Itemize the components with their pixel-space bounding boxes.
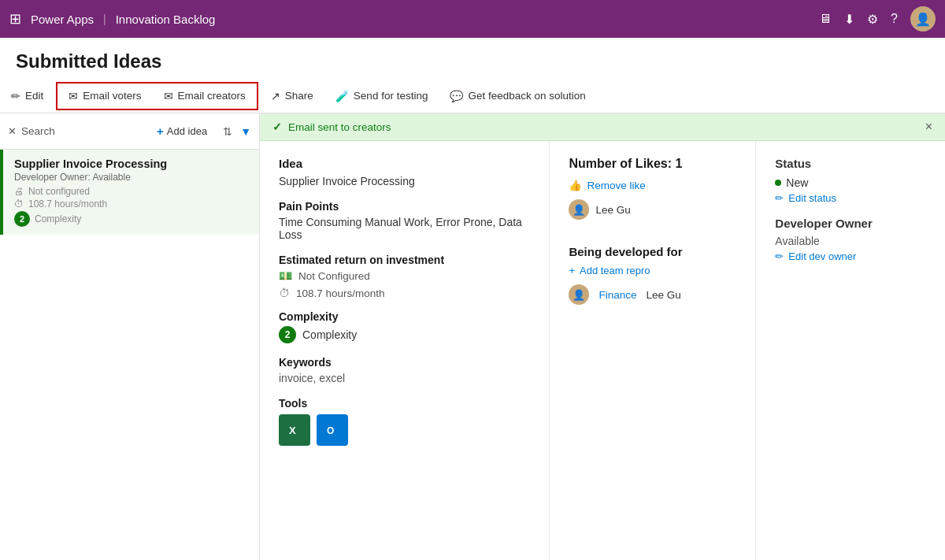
app-brand: Power Apps — [31, 13, 94, 26]
voter-name: Lee Gu — [595, 204, 630, 216]
send-testing-icon: 🧪 — [335, 90, 349, 102]
dev-owner-title: Developer Owner — [775, 217, 926, 230]
remove-like-button[interactable]: 👍 Remove like — [569, 179, 736, 191]
item-meta: 🖨 Not configured ⏱ 108.7 hours/month 2 C… — [14, 186, 248, 227]
complexity-circle: 2 — [279, 326, 296, 343]
thumbs-up-icon: 👍 — [569, 179, 582, 191]
success-banner: ✓ Email sent to creators × — [260, 113, 945, 141]
add-team-icon: + — [569, 265, 575, 276]
edit-status-icon: ✏ — [775, 192, 784, 204]
svg-text:O: O — [327, 425, 334, 436]
idea-value: Supplier Invoice Processing — [279, 175, 530, 187]
content-middle: Number of Likes: 1 👍 Remove like 👤 Lee G… — [550, 141, 756, 560]
team-name: Finance — [598, 289, 636, 301]
email-creators-icon: ✉ — [164, 90, 173, 102]
complexity-section-title: Complexity — [279, 310, 530, 323]
roi-hours-icon: ⏱ — [279, 287, 290, 299]
status-value: New — [786, 176, 808, 189]
user-avatar[interactable]: 👤 — [910, 6, 936, 32]
pain-points-value: Time Consuming Manual Work, Error Prone,… — [279, 216, 530, 241]
add-idea-button[interactable]: + Add idea — [149, 120, 215, 143]
app-name: Innovation Backlog — [116, 13, 216, 26]
edit-dev-owner-button[interactable]: ✏ Edit dev owner — [775, 250, 926, 262]
hours-row: ⏱ 108.7 hours/month — [14, 198, 248, 210]
nav-right-icons: 🖥 ⬇ ⚙ ? 👤 — [819, 6, 936, 32]
help-icon[interactable]: ? — [891, 12, 898, 26]
roi-hours: 108.7 hours/month — [296, 287, 385, 299]
email-voters-button[interactable]: ✉ Email voters — [57, 79, 152, 113]
pain-points-title: Pain Points — [279, 200, 530, 213]
download-icon[interactable]: ⬇ — [844, 12, 854, 27]
keywords-value: invoice, excel — [279, 372, 530, 384]
complexity-badge: 2 — [14, 211, 30, 227]
content-main: Idea Supplier Invoice Processing Pain Po… — [260, 141, 550, 560]
send-testing-button[interactable]: 🧪 Send for testing — [324, 79, 439, 113]
complexity-label: Complexity — [302, 328, 357, 341]
nav-bar: ⊞ Power Apps | Innovation Backlog 🖥 ⬇ ⚙ … — [0, 0, 945, 38]
filter-icon[interactable]: ▼ — [240, 125, 251, 138]
status-dot — [775, 180, 781, 186]
team-avatar: 👤 — [569, 284, 589, 305]
likes-header: Number of Likes: 1 — [569, 157, 736, 171]
idea-section-title: Idea — [279, 157, 530, 170]
edit-icon: ✏ — [11, 90, 20, 102]
settings-icon[interactable]: ⚙ — [867, 12, 878, 27]
get-feedback-icon: 💬 — [450, 90, 463, 102]
share-icon: ↗ — [271, 90, 280, 102]
add-team-repro-button[interactable]: + Add team repro — [569, 265, 736, 276]
nav-separator: | — [103, 13, 106, 25]
check-icon: ✓ — [272, 121, 282, 133]
svg-text:X: X — [289, 425, 296, 436]
main-layout: ✕ Search + Add idea ⇅ ▼ Supplier Invoice… — [0, 113, 945, 560]
get-feedback-button[interactable]: 💬 Get feedback on solution — [439, 79, 596, 113]
content-area: ✓ Email sent to creators × Idea Supplier… — [260, 113, 945, 560]
toolbar: ✏ Edit ✉ Email voters ✉ Email creators ↗… — [0, 79, 945, 113]
excel-tool-icon[interactable]: X — [279, 414, 310, 446]
roi-not-configured: Not Configured — [298, 270, 370, 282]
waffle-icon[interactable]: ⊞ — [9, 10, 21, 28]
dev-owner-value: Available — [775, 235, 926, 247]
sidebar-item[interactable]: Supplier Invoice Processing Developer Ow… — [0, 150, 259, 235]
tools-row: X O — [279, 414, 530, 446]
idea-title: Supplier Invoice Processing — [14, 158, 248, 170]
sidebar: ✕ Search + Add idea ⇅ ▼ Supplier Invoice… — [0, 113, 260, 560]
tools-title: Tools — [279, 397, 530, 410]
share-button[interactable]: ↗ Share — [260, 79, 324, 113]
content-body: Idea Supplier Invoice Processing Pain Po… — [260, 141, 945, 560]
status-title: Status — [775, 157, 926, 170]
not-configured-icon: 🖨 — [14, 186, 24, 197]
keywords-title: Keywords — [279, 356, 530, 369]
being-developed-title: Being developed for — [569, 245, 736, 258]
not-configured-row: 🖨 Not configured — [14, 186, 248, 197]
team-row: 👤 Finance Lee Gu — [569, 284, 736, 305]
add-icon: + — [157, 124, 164, 138]
edit-dev-owner-icon: ✏ — [775, 250, 784, 262]
banner-close-button[interactable]: × — [925, 120, 932, 134]
page-title: Submitted Ideas — [0, 38, 945, 79]
notification-icon[interactable]: 🖥 — [819, 12, 832, 26]
voter-row: 👤 Lee Gu — [569, 199, 736, 220]
hours-icon: ⏱ — [14, 198, 24, 210]
complexity-row: 2 Complexity — [14, 211, 248, 227]
roi-not-configured-icon: 💵 — [279, 269, 292, 282]
status-value-row: New — [775, 176, 926, 189]
email-creators-button[interactable]: ✉ Email creators — [153, 79, 257, 113]
search-label: Search — [21, 125, 55, 137]
content-right: Status New ✏ Edit status Developer Owner… — [756, 141, 945, 560]
roi-not-configured-row: 💵 Not Configured — [279, 269, 530, 282]
voter-avatar: 👤 — [569, 199, 589, 220]
complexity-display: 2 Complexity — [279, 326, 530, 343]
roi-hours-row: ⏱ 108.7 hours/month — [279, 287, 530, 299]
search-close-icon[interactable]: ✕ — [8, 125, 17, 137]
team-owner-name: Lee Gu — [646, 289, 680, 301]
edit-status-button[interactable]: ✏ Edit status — [775, 192, 926, 204]
sort-icon[interactable]: ⇅ — [223, 125, 232, 138]
search-bar[interactable]: ✕ Search — [8, 125, 141, 137]
roi-title: Estimated return on investment — [279, 254, 530, 266]
success-message: Email sent to creators — [288, 121, 391, 133]
sidebar-top-bar: ✕ Search + Add idea ⇅ ▼ — [0, 113, 259, 150]
dev-owner-sub: Developer Owner: Available — [14, 172, 248, 183]
email-voters-icon: ✉ — [69, 90, 78, 102]
outlook-tool-icon[interactable]: O — [317, 414, 348, 446]
edit-button[interactable]: ✏ Edit — [0, 79, 54, 113]
